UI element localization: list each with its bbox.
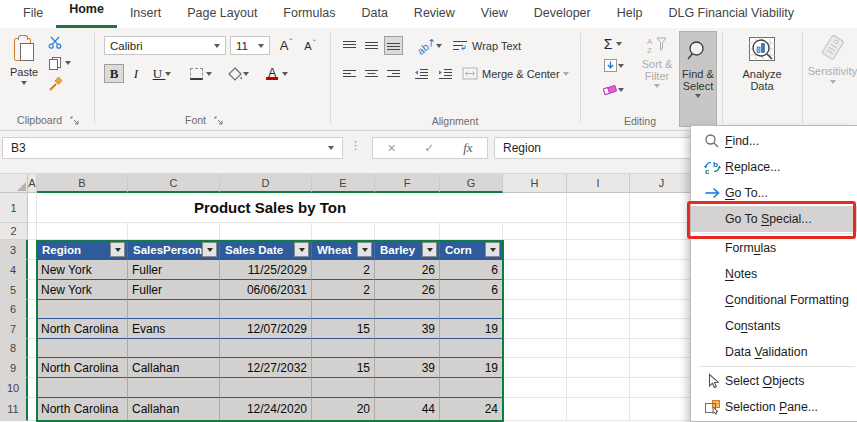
copy-button[interactable] [48, 56, 71, 70]
merge-center-button[interactable]: Merge & Center [462, 64, 578, 83]
column-header-E[interactable]: E [312, 174, 375, 193]
cell-B2[interactable] [37, 223, 128, 240]
cell[interactable] [312, 339, 375, 358]
cell[interactable]: North Carolina [37, 398, 128, 421]
wrap-text-button[interactable]: Wrap Text [452, 36, 548, 55]
column-header-I[interactable]: I [567, 174, 630, 193]
cell-D2[interactable] [220, 223, 312, 240]
cell[interactable] [375, 339, 440, 358]
cell-A3[interactable] [28, 240, 37, 260]
cell-A4[interactable] [28, 260, 37, 280]
cell-A6[interactable] [28, 300, 37, 319]
column-header-C[interactable]: C [128, 174, 220, 193]
cell-G2[interactable] [440, 223, 503, 240]
cell-J7[interactable] [630, 319, 694, 339]
cell-A10[interactable] [28, 378, 37, 398]
cell-F2[interactable] [375, 223, 440, 240]
cell[interactable]: 12/27/2032 [220, 358, 312, 378]
cell[interactable]: 15 [312, 319, 375, 339]
cell[interactable]: 06/06/2031 [220, 280, 312, 300]
cell[interactable] [220, 300, 312, 319]
formula-bar-drag-dots-icon[interactable]: ⋮ [350, 139, 362, 152]
fill-color-button[interactable] [222, 64, 254, 83]
menu-item-selection-pane[interactable]: Selection Pane... [691, 394, 857, 420]
enter-button[interactable]: ✓ [424, 141, 434, 155]
cell[interactable]: 12/24/2020 [220, 398, 312, 421]
column-header-B[interactable]: B [37, 174, 128, 193]
cell-H10[interactable] [503, 378, 567, 398]
cell-I8[interactable] [567, 339, 630, 358]
cancel-button[interactable]: × [387, 140, 395, 156]
cell-J9[interactable] [630, 358, 694, 378]
cell[interactable]: Callahan [128, 358, 220, 378]
tab-page-layout[interactable]: Page Layout [174, 1, 270, 28]
tab-formulas[interactable]: Formulas [270, 1, 348, 28]
filter-button-barley[interactable] [422, 242, 437, 257]
cell-H2[interactable] [503, 223, 567, 240]
cell-A9[interactable] [28, 358, 37, 378]
column-header-F[interactable]: F [375, 174, 440, 193]
row-header-5[interactable]: 5 [0, 280, 28, 300]
borders-button[interactable] [186, 64, 216, 83]
cell[interactable]: 19 [440, 319, 503, 339]
cell[interactable] [440, 300, 503, 319]
align-bottom-button[interactable] [384, 36, 403, 55]
cell[interactable]: 20 [312, 398, 375, 421]
column-header-G[interactable]: G [440, 174, 503, 193]
row-header-2[interactable]: 2 [0, 223, 28, 240]
cell[interactable]: 39 [375, 358, 440, 378]
cell[interactable]: 26 [375, 280, 440, 300]
cell[interactable] [37, 339, 128, 358]
cell[interactable] [220, 378, 312, 398]
table-header-region[interactable]: Region [37, 240, 128, 260]
name-box-dropdown-icon[interactable] [328, 146, 334, 150]
dialog-launcher-icon[interactable] [214, 115, 223, 127]
cell-I11[interactable] [567, 398, 630, 421]
cell[interactable]: 39 [375, 319, 440, 339]
cell[interactable]: New York [37, 280, 128, 300]
tab-insert[interactable]: Insert [117, 1, 174, 28]
row-header-7[interactable]: 7 [0, 319, 28, 339]
menu-item-find[interactable]: Find... [691, 128, 857, 154]
cell-H3[interactable] [503, 240, 567, 260]
menu-item-formulas[interactable]: Formulas [691, 235, 857, 261]
cell-A2[interactable] [28, 223, 37, 240]
row-header-8[interactable]: 8 [0, 339, 28, 358]
cell-J4[interactable] [630, 260, 694, 280]
cell[interactable]: 15 [312, 358, 375, 378]
align-middle-button[interactable] [362, 36, 381, 55]
menu-item-select-objects[interactable]: Select Objects [691, 368, 857, 394]
tab-help[interactable]: Help [604, 1, 656, 28]
cell-I7[interactable] [567, 319, 630, 339]
cell-I1[interactable] [567, 193, 630, 223]
cell[interactable]: North Carolina [37, 319, 128, 339]
cell-J11[interactable] [630, 398, 694, 421]
cell[interactable]: 44 [375, 398, 440, 421]
row-header-6[interactable]: 6 [0, 300, 28, 319]
cell-H9[interactable] [503, 358, 567, 378]
cell[interactable]: Callahan [128, 398, 220, 421]
column-header-J[interactable]: J [630, 174, 694, 193]
cell[interactable]: North Carolina [37, 358, 128, 378]
cell[interactable]: 2 [312, 280, 375, 300]
cell[interactable] [128, 300, 220, 319]
analyze-data-button[interactable]: Analyze Data [731, 34, 793, 92]
cell-H7[interactable] [503, 319, 567, 339]
cell-A1[interactable] [28, 193, 37, 223]
cell[interactable] [440, 378, 503, 398]
cell-J1[interactable] [630, 193, 694, 223]
menu-item-notes[interactable]: Notes [691, 261, 857, 287]
select-all-corner[interactable] [0, 174, 28, 193]
filter-button-wheat[interactable] [357, 242, 372, 257]
cell-A7[interactable] [28, 319, 37, 339]
cell[interactable] [375, 300, 440, 319]
table-header-barley[interactable]: Barley [375, 240, 440, 260]
cell-A8[interactable] [28, 339, 37, 358]
fill-button[interactable] [596, 56, 630, 75]
table-header-sales-date[interactable]: Sales Date [220, 240, 312, 260]
tab-dlg-financial-viability[interactable]: DLG Financial Viability [655, 1, 807, 28]
tab-developer[interactable]: Developer [521, 1, 604, 28]
name-box[interactable]: B3 [2, 137, 343, 159]
autosum-button[interactable]: Σ [596, 34, 630, 53]
table-header-corn[interactable]: Corn [440, 240, 503, 260]
